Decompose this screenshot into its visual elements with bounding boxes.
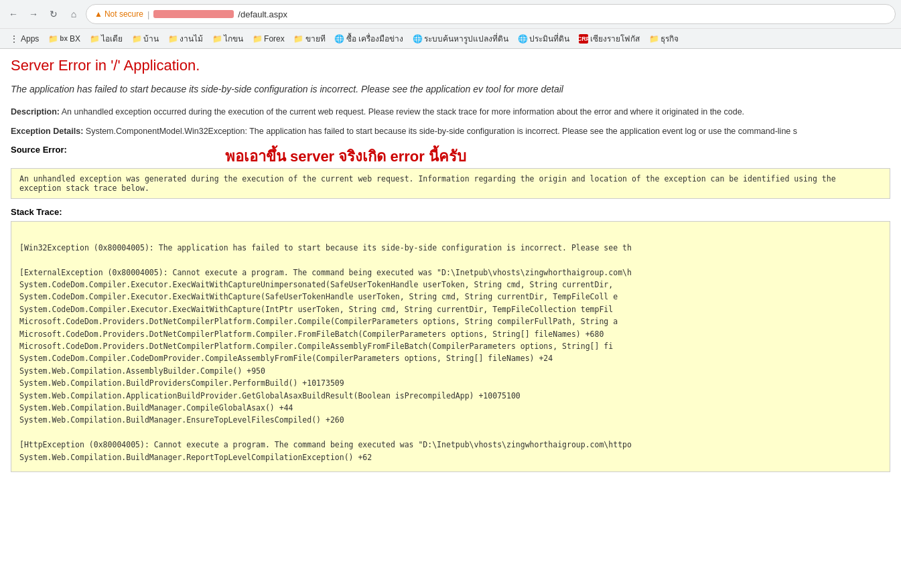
- forward-button[interactable]: →: [25, 6, 42, 22]
- nav-bar: ← → ↻ ⌂ ▲ Not secure | /default.aspx: [0, 0, 901, 28]
- error-italic-message: The application has failed to start beca…: [11, 82, 890, 96]
- bookmark-label: ไกขน: [224, 32, 243, 45]
- bookmark-label: ระบบค้นหารูปแปลงที่ดิน: [424, 32, 508, 45]
- bookmark-business[interactable]: 📁 ธุรกิจ: [645, 31, 683, 46]
- address-bar[interactable]: ▲ Not secure | /default.aspx: [86, 4, 896, 24]
- bookmark-crf[interactable]: CRF เซียงรายโฟกัส: [575, 31, 644, 46]
- stack-line: Microsoft.CodeDom.Providers.DotNetCompil…: [19, 340, 882, 352]
- crf-badge: CRF: [579, 34, 588, 44]
- folder-icon: 📁: [253, 34, 262, 44]
- bookmark-label: งานไม้: [180, 32, 203, 45]
- stack-line: Microsoft.CodeDom.Providers.DotNetCompil…: [19, 315, 882, 327]
- bookmark-woodwork[interactable]: 📁 งานไม้: [164, 31, 207, 46]
- stack-trace-label: Stack Trace:: [11, 207, 890, 217]
- bookmark-label: ธุรกิจ: [661, 32, 679, 45]
- thai-annotation: พอเอาขึ้น server จริงเกิด error นี้ครับ: [225, 145, 466, 168]
- description-text: An unhandled exception occurred during t…: [62, 107, 744, 117]
- bookmark-idea[interactable]: 📁 ไอเดีย: [86, 31, 127, 46]
- source-error-box: An unhandled exception was generated dur…: [11, 168, 890, 199]
- stack-line: System.CodeDom.Compiler.CodeDomProvider.…: [19, 352, 882, 364]
- source-error-row: Source Error: พอเอาขึ้น server จริงเกิด …: [11, 145, 890, 168]
- folder-icon: 📁: [168, 34, 178, 44]
- separator: |: [147, 9, 149, 19]
- description-label: Description:: [11, 107, 60, 117]
- bookmark-label: ไอเดีย: [101, 32, 123, 45]
- exception-text: System.ComponentModel.Win32Exception: Th…: [86, 127, 797, 136]
- not-secure-warning: ▲ Not secure: [94, 9, 143, 19]
- source-error-text: An unhandled exception was generated dur…: [19, 174, 836, 193]
- bookmark-bx[interactable]: 📁 bx BX: [44, 33, 84, 45]
- bookmark-label: ขายที: [305, 32, 326, 45]
- stack-line: System.Web.Compilation.BuildManager.Repo…: [19, 451, 882, 463]
- stack-line: System.Web.Compilation.BuildManager.Ensu…: [19, 414, 882, 426]
- stack-line: [Win32Exception (0x80004005): The applic…: [19, 242, 882, 254]
- bookmark-apps[interactable]: ⋮ Apps: [5, 33, 43, 45]
- exception-section: Exception Details: System.ComponentModel…: [11, 125, 890, 138]
- bookmark-sell[interactable]: 📁 ขายที: [290, 31, 330, 46]
- folder-icon: 📁: [90, 34, 99, 44]
- bookmark-chicken[interactable]: 📁 ไกขน: [208, 31, 247, 46]
- bookmark-label: ซื้อ เครื่องมือข่าง: [346, 32, 403, 45]
- folder-icon: 📁: [132, 34, 141, 44]
- page-content: Server Error in '/' Application. The app…: [0, 49, 901, 480]
- bookmark-home[interactable]: 📁 บ้าน: [128, 31, 163, 46]
- description-section: Description: An unhandled exception occu…: [11, 106, 890, 119]
- folder-icon: 📁: [212, 34, 222, 44]
- stack-line: [19, 230, 882, 242]
- back-button[interactable]: ←: [5, 6, 21, 22]
- stack-line: [ExternalException (0x80004005): Cannot …: [19, 267, 882, 279]
- stack-line: System.Web.Compilation.ApplicationBuildP…: [19, 390, 882, 402]
- stack-line: System.Web.Compilation.BuildProvidersCom…: [19, 377, 882, 389]
- exception-label: Exception Details:: [11, 127, 83, 136]
- folder-icon: 📁: [294, 34, 303, 44]
- globe-icon: 🌐: [335, 34, 344, 44]
- url-path: /default.aspx: [238, 9, 287, 19]
- bookmark-label: Forex: [264, 34, 285, 44]
- source-error-label: Source Error:: [11, 145, 91, 155]
- bookmark-label: เซียงรายโฟกัส: [590, 32, 640, 45]
- stack-line: System.Web.Compilation.BuildManager.Comp…: [19, 402, 882, 414]
- home-button[interactable]: ⌂: [66, 6, 82, 22]
- folder-icon: 📁: [649, 34, 659, 44]
- bookmark-tools[interactable]: 🌐 ซื้อ เครื่องมือข่าง: [331, 31, 407, 46]
- stack-line: [HttpException (0x80004005): Cannot exec…: [19, 439, 882, 451]
- bookmark-label: บ้าน: [143, 32, 159, 45]
- bookmark-label: Apps: [21, 34, 39, 44]
- source-error-label-container: Source Error:: [11, 145, 91, 159]
- folder-icon: 📁: [48, 34, 58, 44]
- bookmark-forex[interactable]: 📁 Forex: [249, 33, 289, 45]
- reload-button[interactable]: ↻: [46, 6, 62, 22]
- bookmark-label: ประมินที่ดิน: [529, 32, 569, 45]
- not-secure-label: Not secure: [105, 9, 143, 19]
- globe-icon: 🌐: [413, 34, 422, 44]
- stack-line: System.CodeDom.Compiler.Executor.ExecWai…: [19, 279, 882, 291]
- stack-trace-box: [Win32Exception (0x80004005): The applic…: [11, 221, 890, 472]
- bookmark-land-search[interactable]: 🌐 ระบบค้นหารูปแปลงที่ดิน: [409, 31, 512, 46]
- redacted-url: [153, 10, 234, 18]
- apps-icon: ⋮: [9, 34, 19, 44]
- bookmark-land-value[interactable]: 🌐 ประมินที่ดิน: [514, 31, 573, 46]
- stack-line: System.CodeDom.Compiler.Executor.ExecWai…: [19, 303, 882, 315]
- stack-line: [19, 254, 882, 266]
- stack-line: Microsoft.CodeDom.Providers.DotNetCompil…: [19, 328, 882, 340]
- bookmark-label: BX: [70, 34, 80, 44]
- stack-line: [19, 427, 882, 439]
- bx-prefix: bx: [60, 35, 68, 42]
- bookmarks-bar: ⋮ Apps 📁 bx BX 📁 ไอเดีย 📁 บ้าน 📁 งานไม้ …: [0, 28, 901, 48]
- page-title: Server Error in '/' Application.: [11, 57, 890, 74]
- globe-icon: 🌐: [518, 34, 527, 44]
- browser-chrome: ← → ↻ ⌂ ▲ Not secure | /default.aspx ⋮ A…: [0, 0, 901, 49]
- stack-line: System.Web.Compilation.AssemblyBuilder.C…: [19, 365, 882, 377]
- stack-line: System.CodeDom.Compiler.Executor.ExecWai…: [19, 291, 882, 303]
